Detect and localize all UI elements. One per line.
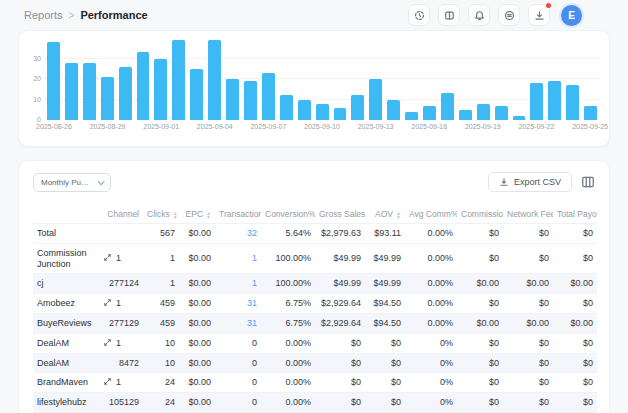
cell-epc: $0.00 — [179, 353, 215, 373]
cell-avg_comm: 0.00% — [405, 313, 457, 333]
column-label: Commission — [461, 209, 503, 219]
chart-bars — [45, 38, 599, 120]
cell-transaction[interactable]: 1 — [215, 274, 261, 294]
page-title: Performance — [80, 9, 147, 21]
column-header-total_payout[interactable]: Total Payout▲▼ — [553, 205, 597, 224]
cell-clicks: 567 — [143, 224, 179, 244]
cell-gross_sales: $0 — [315, 333, 365, 353]
cell-avg_comm: 0.00% — [405, 274, 457, 294]
user-avatar[interactable]: E — [561, 5, 582, 26]
cell-transaction[interactable]: 32 — [215, 224, 261, 244]
columns-button[interactable] — [581, 175, 595, 189]
chart-bar — [441, 93, 454, 120]
column-header-network_fee[interactable]: Network Fee▲▼ — [503, 205, 553, 224]
book-button[interactable] — [438, 4, 460, 26]
chart-bar — [387, 100, 400, 121]
cell-commission: $0.00 — [457, 274, 503, 294]
table-row-cj: cj2771241$0.001100.00%$49.99$49.990.00%$… — [33, 274, 597, 294]
table-toolbar: Monthly Publisher... Export CSV — [33, 172, 595, 192]
cell-conversion: 6.75% — [261, 313, 315, 333]
column-label: Clicks — [147, 209, 170, 219]
sort-icon[interactable]: ▲▼ — [206, 211, 211, 219]
cell-transaction[interactable]: 1 — [215, 243, 261, 274]
cell-gross_sales: $2,979.63 — [315, 224, 365, 244]
y-tick-label: 20 — [33, 75, 41, 82]
cell-aov: $94.50 — [365, 313, 405, 333]
column-label: Avg Comm% — [409, 209, 457, 219]
column-header-name — [33, 205, 99, 224]
cell-conversion: 0.00% — [261, 353, 315, 373]
cell-name: BuyeReviews — [33, 313, 99, 333]
chart-bar — [566, 85, 579, 120]
column-header-transaction[interactable]: Transaction▲▼ — [215, 205, 261, 224]
column-header-aov[interactable]: AOV▲▼ — [365, 205, 405, 224]
table-row-dealam: DealAM110$0.0000.00%$0$00%$0$0$0 — [33, 333, 597, 353]
export-csv-label: Export CSV — [514, 177, 561, 187]
cell-transaction[interactable]: 31 — [215, 313, 261, 333]
history-button[interactable] — [408, 4, 430, 26]
performance-chart-card: 0102030 2025-08-262025-08-292025-09-0120… — [18, 30, 610, 147]
column-label: Conversion% — [265, 209, 315, 219]
publisher-filter-dropdown[interactable]: Monthly Publisher... — [33, 173, 111, 192]
cell-total_payout: $0 — [553, 393, 597, 413]
cell-name: Commission Junction — [33, 243, 99, 274]
y-tick-label: 0 — [37, 116, 41, 123]
download-button[interactable] — [528, 4, 550, 26]
sort-icon[interactable]: ▲▼ — [396, 211, 401, 219]
chart-bar — [47, 42, 60, 120]
cell-gross_sales: $49.99 — [315, 243, 365, 274]
column-header-clicks[interactable]: Clicks▲▼ — [143, 205, 179, 224]
cell-gross_sales: $49.99 — [315, 274, 365, 294]
chart-bar — [172, 40, 185, 120]
column-header-gross_sales[interactable]: Gross Sales▲▼ — [315, 205, 365, 224]
cell-channel: 277124 — [99, 274, 143, 294]
x-tick-label: 2025-09-22 — [519, 123, 555, 130]
expand-icon[interactable] — [103, 298, 112, 307]
x-tick-label: 2025-09-07 — [250, 123, 286, 130]
chart-bar — [459, 110, 472, 120]
expand-icon[interactable] — [103, 253, 112, 262]
cell-commission: $0 — [457, 333, 503, 353]
cell-clicks: 1 — [143, 243, 179, 274]
cell-aov: $93.11 — [365, 224, 405, 244]
cell-transaction[interactable]: 31 — [215, 294, 261, 314]
x-tick-label: 2025-09-19 — [465, 123, 501, 130]
column-header-conversion[interactable]: Conversion%▲▼ — [261, 205, 315, 224]
cell-conversion: 0.00% — [261, 373, 315, 393]
x-tick-label: 2025-09-13 — [358, 123, 394, 130]
x-tick-label: 2025-09-04 — [197, 123, 233, 130]
cell-clicks: 24 — [143, 373, 179, 393]
cell-conversion: 0.00% — [261, 333, 315, 353]
cell-commission: $0 — [457, 224, 503, 244]
breadcrumb-reports[interactable]: Reports — [24, 9, 63, 21]
cell-epc: $0.00 — [179, 333, 215, 353]
expand-icon[interactable] — [103, 377, 112, 386]
chart-bar — [226, 79, 239, 120]
x-tick-label: 2025-08-29 — [90, 123, 126, 130]
cell-conversion: 0.00% — [261, 393, 315, 413]
cell-network_fee: $0 — [503, 333, 553, 353]
table-header-row: ChannelClicks▲▼EPC▲▼Transaction▲▼Convers… — [33, 205, 597, 224]
cell-name: DealAM — [33, 333, 99, 353]
table-row-commission-junction: Commission Junction11$0.001100.00%$49.99… — [33, 243, 597, 274]
cell-conversion: 100.00% — [261, 274, 315, 294]
column-label: Network Fee — [507, 209, 553, 219]
column-header-avg_comm[interactable]: Avg Comm%▲▼ — [405, 205, 457, 224]
topbar-actions: E — [408, 4, 582, 26]
cell-avg_comm: 0% — [405, 333, 457, 353]
chart-y-axis: 0102030 — [27, 38, 45, 120]
sort-icon[interactable]: ▲▼ — [173, 211, 178, 219]
column-header-commission[interactable]: Commission▲▼ — [457, 205, 503, 224]
chart-bar — [351, 95, 364, 120]
column-label: AOV — [375, 209, 393, 219]
chart-bar — [280, 95, 293, 120]
settings-button[interactable] — [498, 4, 520, 26]
x-tick-label: 2025-09-16 — [411, 123, 447, 130]
export-csv-button[interactable]: Export CSV — [488, 172, 572, 192]
cell-epc: $0.00 — [179, 224, 215, 244]
column-header-epc[interactable]: EPC▲▼ — [179, 205, 215, 224]
cell-clicks: 24 — [143, 393, 179, 413]
notifications-button[interactable] — [468, 4, 490, 26]
x-tick-label: 2025-08-26 — [36, 123, 72, 130]
expand-icon[interactable] — [103, 338, 112, 347]
